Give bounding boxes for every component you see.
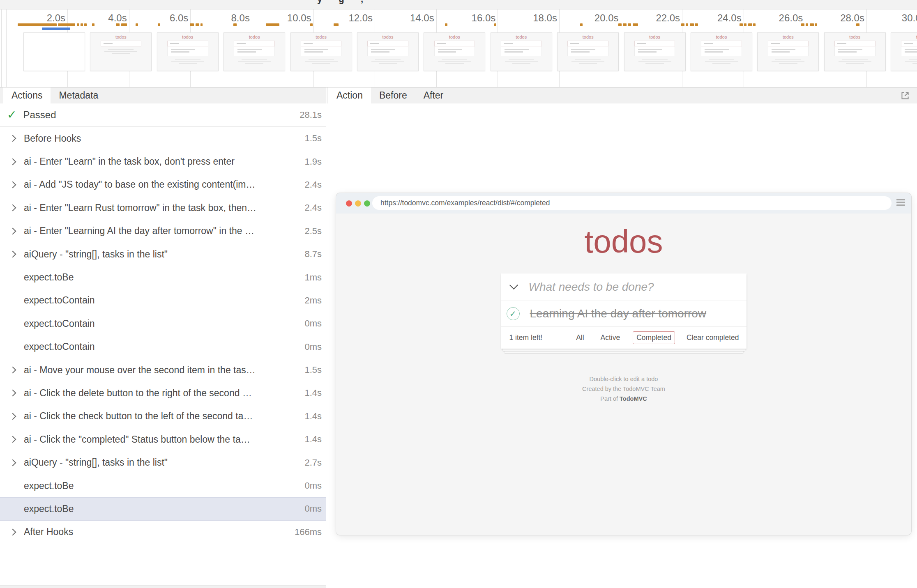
timeline-filmstrip[interactable]: 2.0s4.0s6.0s8.0s10.0s12.0s14.0s16.0s18.0… <box>0 9 917 87</box>
todo-item[interactable]: ✓ Learning AI the day after tomorrow <box>501 301 747 327</box>
timeline-action-bar[interactable] <box>744 23 747 26</box>
timeline-action-bar[interactable] <box>81 23 83 26</box>
timeline-action-bar[interactable] <box>233 23 237 26</box>
timeline-action-bar[interactable] <box>618 23 622 26</box>
new-todo-row[interactable]: What needs to be done? <box>501 273 747 301</box>
timeline-action-bar[interactable] <box>740 23 743 26</box>
clear-completed-button[interactable]: Clear completed <box>687 333 739 342</box>
timeline-action-bar[interactable] <box>628 23 631 26</box>
timeline-action-bar[interactable] <box>334 23 339 26</box>
expand-chevron-icon[interactable] <box>9 367 16 374</box>
expand-chevron-icon[interactable] <box>9 390 16 397</box>
timeline-action-bar[interactable] <box>806 23 808 26</box>
timeline-action-bar[interactable] <box>18 23 57 26</box>
action-row[interactable]: Before Hooks1.5s <box>0 127 326 150</box>
action-row[interactable]: ai - Add "JS today" to base on the exist… <box>0 173 326 196</box>
filmstrip-thumbnail[interactable] <box>23 32 85 71</box>
timeline-action-bar[interactable] <box>633 23 638 26</box>
address-bar[interactable]: https://todomvc.com/examples/react/dist/… <box>372 196 892 210</box>
timeline-action-bar[interactable] <box>623 23 627 26</box>
timeline-action-bar[interactable] <box>748 23 752 26</box>
filmstrip-thumbnail[interactable]: todos <box>557 32 619 71</box>
filmstrip-thumbnail[interactable]: todos <box>757 32 819 71</box>
action-row[interactable]: ai - Move your mouse over the second ite… <box>0 358 326 381</box>
timeline-action-bar[interactable] <box>158 23 160 26</box>
tab-after[interactable]: After <box>415 87 452 103</box>
expand-chevron-icon[interactable] <box>9 204 16 211</box>
expand-chevron-icon[interactable] <box>9 227 16 234</box>
filmstrip-thumbnail[interactable]: todos <box>691 32 752 71</box>
timeline-action-bar[interactable] <box>815 23 817 26</box>
timeline-action-bar[interactable] <box>801 23 804 26</box>
expand-chevron-icon[interactable] <box>9 135 16 142</box>
filmstrip-thumbnail[interactable]: todos <box>357 32 419 71</box>
timeline-action-bar[interactable] <box>266 23 279 26</box>
test-status-row[interactable]: ✓ Passed 28.1s <box>0 103 326 127</box>
tab-metadata[interactable]: Metadata <box>51 87 106 103</box>
timeline-action-bar[interactable] <box>196 23 199 26</box>
action-row[interactable]: ai - Enter "Learn Rust tomorrow" in the … <box>0 196 326 219</box>
timeline-action-bar[interactable] <box>580 23 583 26</box>
expand-chevron-icon[interactable] <box>9 459 16 466</box>
action-row[interactable]: expect.toContain0ms <box>0 312 326 335</box>
timeline-action-bar[interactable] <box>690 23 694 26</box>
action-row[interactable]: expect.toContain0ms <box>0 335 326 358</box>
popout-icon[interactable] <box>900 90 910 101</box>
filmstrip-thumbnail[interactable]: todos <box>290 32 352 71</box>
timeline-action-bar[interactable] <box>190 23 194 26</box>
timeline-action-bar[interactable] <box>681 23 684 26</box>
timeline-action-bar[interactable] <box>136 23 138 26</box>
timeline-action-bar[interactable] <box>753 23 756 26</box>
timeline-action-bar[interactable] <box>810 23 814 26</box>
expand-chevron-icon[interactable] <box>9 528 16 535</box>
filter-active[interactable]: Active <box>597 331 624 344</box>
expand-chevron-icon[interactable] <box>9 251 16 258</box>
hamburger-menu-icon[interactable] <box>896 199 905 207</box>
expand-chevron-icon[interactable] <box>9 181 16 188</box>
filmstrip-thumbnail[interactable]: todos <box>424 32 485 71</box>
timeline-action-bar[interactable] <box>92 23 94 26</box>
traffic-light-zoom-icon[interactable] <box>364 200 370 207</box>
timeline-action-bar[interactable] <box>84 23 87 26</box>
filter-all[interactable]: All <box>572 331 588 344</box>
timeline-action-bar[interactable] <box>695 23 698 26</box>
filmstrip-thumbnail[interactable]: todos <box>223 32 285 71</box>
timeline-navigation-bar[interactable] <box>42 28 70 30</box>
expand-chevron-icon[interactable] <box>9 413 16 420</box>
todo-completed-check-icon[interactable]: ✓ <box>507 307 520 320</box>
action-row[interactable]: ai - Click the "completed" Status button… <box>0 428 326 451</box>
todomvc-link[interactable]: TodoMVC <box>620 395 647 402</box>
timeline-action-bar[interactable] <box>58 23 75 26</box>
filmstrip-thumbnail[interactable]: todos <box>624 32 686 71</box>
action-row[interactable]: After Hooks166ms <box>0 521 326 544</box>
filmstrip-thumbnail[interactable]: todos <box>90 32 152 71</box>
action-row[interactable]: ai - Enter "Learning AI the day after to… <box>0 220 326 243</box>
timeline-action-bar[interactable] <box>494 23 496 26</box>
action-row[interactable]: aiQuery - "string[], tasks in the list"8… <box>0 243 326 266</box>
timeline-action-bar[interactable] <box>77 23 79 26</box>
tab-actions[interactable]: Actions <box>3 87 51 103</box>
filmstrip-thumbnail[interactable]: todos <box>891 32 917 71</box>
timeline-action-bar[interactable] <box>116 23 120 26</box>
action-row[interactable]: expect.toBe1ms <box>0 266 326 289</box>
action-row[interactable]: ai - Enter "Learn" in the task box, don'… <box>0 150 326 173</box>
timeline-action-bar[interactable] <box>121 23 127 26</box>
expand-chevron-icon[interactable] <box>9 158 16 165</box>
filmstrip-thumbnail[interactable]: todos <box>491 32 552 71</box>
action-row[interactable]: ai - Click the delete button to the righ… <box>0 381 326 404</box>
action-row[interactable]: expect.toContain2ms <box>0 289 326 312</box>
action-row[interactable]: ai - Click the check button to the left … <box>0 405 326 428</box>
timeline-action-bar[interactable] <box>200 23 203 26</box>
tab-before[interactable]: Before <box>371 87 415 103</box>
timeline-action-bar[interactable] <box>310 23 313 26</box>
filmstrip-thumbnail[interactable]: todos <box>157 32 219 71</box>
toggle-all-chevron-icon[interactable] <box>509 281 518 289</box>
expand-chevron-icon[interactable] <box>9 436 16 443</box>
action-row[interactable]: expect.toBe0ms <box>0 474 326 497</box>
action-row[interactable]: expect.toBe0ms <box>0 497 326 520</box>
traffic-light-minimize-icon[interactable] <box>355 200 361 207</box>
timeline-action-bar[interactable] <box>856 23 859 26</box>
tab-action[interactable]: Action <box>328 87 371 103</box>
filmstrip-thumbnail[interactable]: todos <box>824 32 886 71</box>
timeline-action-bar[interactable] <box>445 23 447 26</box>
